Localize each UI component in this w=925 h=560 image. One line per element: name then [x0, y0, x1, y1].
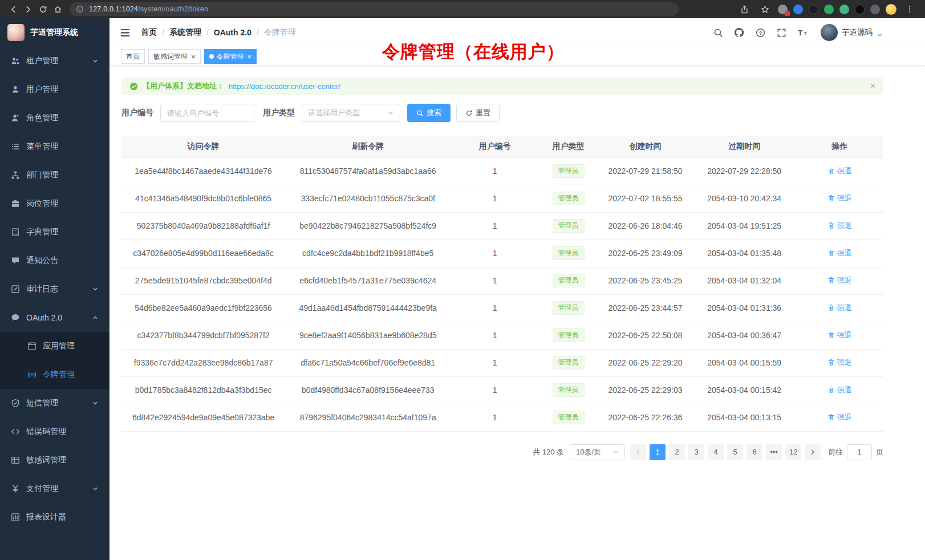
force-logout-button[interactable]: 强退: [827, 275, 852, 286]
pagination-more-button[interactable]: •••: [766, 444, 782, 460]
force-logout-button[interactable]: 强退: [827, 248, 852, 258]
sidebar-item-oauth2[interactable]: OAuth 2.0: [0, 303, 109, 332]
create-time-cell: 2022-07-29 21:58:50: [598, 157, 693, 185]
tab-home[interactable]: 首页: [121, 49, 145, 64]
user-id-cell: 1: [451, 404, 539, 431]
app-logo[interactable]: 芋道管理系统: [0, 18, 109, 47]
access-token-cell: c342377bf8b344799dcbf7bf095287f2: [121, 322, 285, 349]
sidebar-item-sms[interactable]: 短信管理: [0, 389, 109, 417]
pagination-page-3[interactable]: 3: [688, 444, 704, 460]
sidebar-item-oauth2-token[interactable]: 令牌管理: [0, 360, 109, 389]
sidebar-item-oauth2-app[interactable]: 应用管理: [0, 332, 109, 360]
user-id-cell: 1: [451, 185, 539, 212]
force-logout-button[interactable]: 强退: [827, 303, 852, 313]
tab-token[interactable]: 令牌管理×: [204, 49, 257, 64]
search-icon[interactable]: [712, 26, 724, 39]
sidebar-item-post[interactable]: 岗位管理: [0, 189, 109, 218]
page-size-value: 10条/页: [576, 447, 601, 457]
create-time-cell: 2022-06-25 23:49:09: [598, 240, 693, 267]
browser-menu-icon[interactable]: [902, 2, 917, 16]
sidebar-item-dept[interactable]: 部门管理: [0, 161, 109, 189]
force-logout-button[interactable]: 强退: [827, 385, 852, 395]
browser-extension-icon[interactable]: [855, 5, 865, 14]
pagination-page-2[interactable]: 2: [669, 444, 685, 460]
chevron-up-icon: [92, 314, 99, 321]
goto-page-input[interactable]: [847, 444, 872, 460]
tab-close-icon[interactable]: ×: [191, 53, 196, 60]
svg-text:T: T: [804, 30, 807, 36]
force-logout-button[interactable]: 强退: [827, 412, 852, 423]
user-type-select[interactable]: 请选择用户类型: [302, 104, 400, 122]
sidebar-item-sensitive-word[interactable]: 敏感词管理: [0, 446, 109, 474]
sidebar-item-user[interactable]: 用户管理: [0, 75, 109, 104]
breadcrumb-item-oauth2[interactable]: OAuth 2.0: [214, 28, 251, 37]
page-size-select[interactable]: 10条/页: [570, 444, 625, 460]
sidebar-item-role[interactable]: 角色管理: [0, 104, 109, 132]
access-token-cell: 1ea5e44f8bc1467aaede43144f31de76: [121, 157, 285, 185]
sidebar-item-dict[interactable]: 字典管理: [0, 218, 109, 246]
browser-extension-icon[interactable]: [778, 5, 788, 14]
browser-extension-icon[interactable]: [870, 5, 880, 14]
pagination-page-5[interactable]: 5: [727, 444, 743, 460]
browser-home-button[interactable]: [50, 2, 65, 16]
breadcrumb-item-home[interactable]: 首页: [141, 27, 157, 38]
pagination-next-button[interactable]: [805, 444, 821, 460]
browser-extension-icon[interactable]: [793, 5, 803, 14]
site-info-icon[interactable]: [75, 2, 85, 16]
access-token-cell: 275e5de9151045fe87cbdc395e004f4d: [121, 267, 285, 294]
role-icon: [11, 113, 20, 123]
tab-close-icon[interactable]: ×: [248, 53, 252, 60]
browser-reload-button[interactable]: [35, 2, 50, 16]
sidebar-item-notice[interactable]: 通知公告: [0, 246, 109, 275]
browser-extension-icon[interactable]: [809, 5, 818, 14]
force-logout-button[interactable]: 强退: [827, 166, 852, 176]
post-icon: [11, 199, 20, 208]
bookmark-star-icon[interactable]: [757, 2, 772, 16]
user-type-badge: 管理员: [553, 356, 585, 370]
browser-forward-button[interactable]: [21, 2, 35, 16]
pagination-prev-button[interactable]: [630, 444, 646, 460]
search-form: 用户编号 用户类型 请选择用户类型 搜索: [121, 104, 883, 122]
tab-sensitive-word[interactable]: 敏感词管理×: [148, 49, 201, 64]
table-header-row: 访问令牌刷新令牌用户编号用户类型创建时间过期时间操作: [121, 136, 883, 157]
force-logout-button[interactable]: 强退: [827, 221, 852, 231]
sidebar-item-label: 租户管理: [26, 56, 58, 66]
browser-profile-avatar[interactable]: [886, 4, 896, 15]
force-logout-button[interactable]: 强退: [827, 358, 852, 368]
sidebar-item-report[interactable]: 报表设计器: [0, 503, 109, 531]
sidebar-item-pay[interactable]: 支付管理: [0, 474, 109, 503]
reset-button[interactable]: 重置: [456, 104, 500, 122]
user-type-badge: 管理员: [553, 246, 585, 260]
fullscreen-icon[interactable]: [775, 26, 788, 39]
browser-address-bar[interactable]: 127.0.0.1:1024/system/oauth2/token: [70, 2, 679, 16]
vue-devtools-extension-icon[interactable]: [839, 5, 849, 14]
alert-link[interactable]: https://doc.iocoder.cn/user-center/: [229, 82, 340, 91]
peoples-icon: [11, 56, 20, 66]
user-menu[interactable]: 芋道源码: [821, 24, 883, 41]
browser-back-button[interactable]: [6, 2, 21, 16]
github-icon[interactable]: [733, 26, 745, 39]
sidebar-item-error-code[interactable]: 错误码管理: [0, 417, 109, 446]
alert-close-icon[interactable]: ×: [870, 82, 875, 91]
sidebar-item-audit-log[interactable]: 审计日志: [0, 275, 109, 303]
pagination-page-4[interactable]: 4: [708, 444, 724, 460]
browser-extension-icon[interactable]: [824, 5, 834, 14]
share-icon[interactable]: [737, 2, 752, 16]
sidebar-toggle-icon[interactable]: [116, 27, 134, 38]
access-token-cell: 54d6be82ee5a460a9aedc1f9bf223656: [121, 294, 285, 322]
user-id-input[interactable]: [160, 104, 254, 122]
force-logout-button[interactable]: 强退: [827, 330, 852, 340]
sidebar-item-menu[interactable]: 菜单管理: [0, 132, 109, 161]
user-type-badge: 管理员: [553, 164, 585, 178]
search-button[interactable]: 搜索: [407, 104, 451, 122]
sidebar-item-tenant[interactable]: 租户管理: [0, 47, 109, 75]
pagination-page-1[interactable]: 1: [650, 444, 666, 460]
breadcrumb-item-system[interactable]: 系统管理: [169, 27, 201, 38]
column-header: 操作: [796, 136, 883, 157]
pagination-page-6[interactable]: 6: [747, 444, 762, 460]
pagination-page-12[interactable]: 12: [785, 444, 801, 460]
font-size-icon[interactable]: TT: [796, 26, 809, 39]
force-logout-button[interactable]: 强退: [827, 193, 852, 204]
help-icon[interactable]: ?: [754, 26, 766, 39]
refresh-token-cell: 9ce8ef2aa9f14056b831ae9b608e28d5: [285, 322, 451, 349]
